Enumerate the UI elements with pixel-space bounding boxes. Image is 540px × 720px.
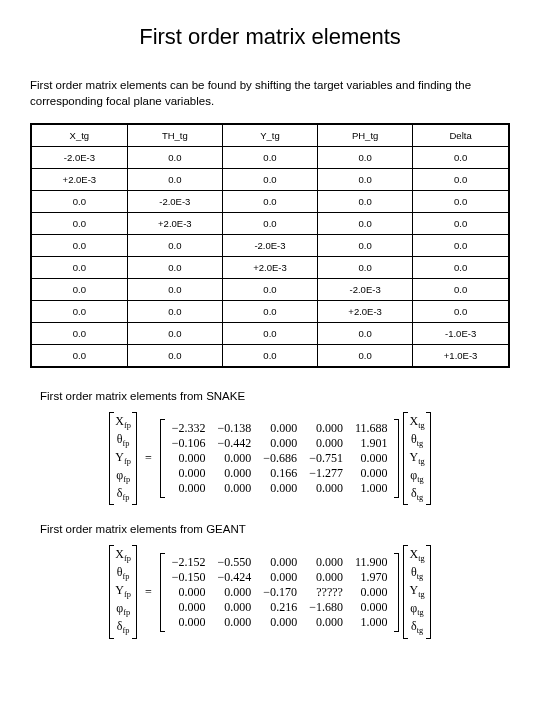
snake-label: First order matrix elements from SNAKE bbox=[40, 390, 510, 402]
table-row: -2.0E-30.00.00.00.0 bbox=[31, 147, 509, 169]
equals-sign: = bbox=[141, 451, 156, 466]
shift-table: X_tg TH_tg Y_tg PH_tg Delta -2.0E-30.00.… bbox=[30, 123, 510, 368]
table-row: 0.00.00.0-2.0E-30.0 bbox=[31, 279, 509, 301]
table-row: +2.0E-30.00.00.00.0 bbox=[31, 169, 509, 191]
geant-matrix: −2.152−0.5500.0000.00011.900 −0.150−0.42… bbox=[160, 553, 400, 632]
fp-vector: Xfp θfp Yfp φfp δfp bbox=[109, 545, 137, 638]
geant-equation: Xfp θfp Yfp φfp δfp = −2.152−0.5500.0000… bbox=[30, 545, 510, 638]
equals-sign: = bbox=[141, 585, 156, 600]
table-row: 0.0-2.0E-30.00.00.0 bbox=[31, 191, 509, 213]
fp-vector: Xfp θfp Yfp φfp δfp bbox=[109, 412, 137, 505]
table-row: 0.0+2.0E-30.00.00.0 bbox=[31, 213, 509, 235]
table-row: 0.00.00.00.0+1.0E-3 bbox=[31, 345, 509, 368]
col-header: TH_tg bbox=[127, 124, 222, 147]
tg-vector: Xtg θtg Ytg φtg δtg bbox=[403, 412, 430, 505]
snake-equation: Xfp θfp Yfp φfp δfp = −2.332−0.1380.0000… bbox=[30, 412, 510, 505]
table-row: 0.00.00.00.0-1.0E-3 bbox=[31, 323, 509, 345]
table-row: 0.00.0-2.0E-30.00.0 bbox=[31, 235, 509, 257]
col-header: Delta bbox=[413, 124, 509, 147]
tg-vector: Xtg θtg Ytg φtg δtg bbox=[403, 545, 430, 638]
col-header: X_tg bbox=[31, 124, 127, 147]
table-row: 0.00.00.0+2.0E-30.0 bbox=[31, 301, 509, 323]
page-title: First order matrix elements bbox=[30, 24, 510, 50]
col-header: Y_tg bbox=[222, 124, 317, 147]
table-row: 0.00.0+2.0E-30.00.0 bbox=[31, 257, 509, 279]
col-header: PH_tg bbox=[318, 124, 413, 147]
geant-label: First order matrix elements from GEANT bbox=[40, 523, 510, 535]
snake-matrix: −2.332−0.1380.0000.00011.688 −0.106−0.44… bbox=[160, 419, 400, 498]
intro-text: First order matrix elements can be found… bbox=[30, 78, 510, 109]
